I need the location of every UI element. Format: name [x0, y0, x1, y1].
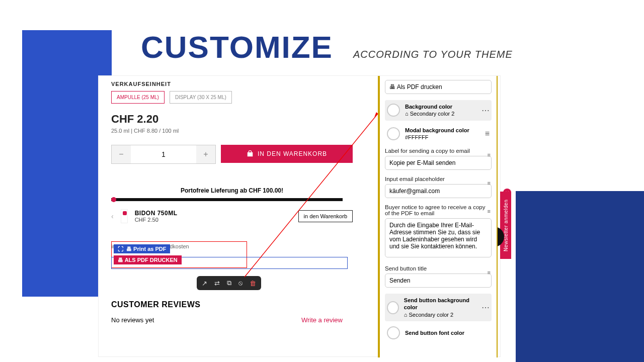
print-pdf-badge[interactable]: ⛶ 🖶 Print as PDF: [114, 244, 170, 253]
bg-color-title: Background color: [405, 103, 454, 110]
add-to-cart-button[interactable]: IN DEN WARENKORB: [221, 145, 353, 163]
free-shipping-bar: [111, 198, 343, 201]
db-icon[interactable]: ≡: [488, 180, 491, 186]
variant-display[interactable]: DISPLAY (30 X 25 ML): [170, 91, 232, 104]
notice-textarea[interactable]: [385, 218, 492, 257]
bg-color-row[interactable]: Background color ⌂ Secondary color 2 ⋯: [385, 100, 492, 121]
send-bg-swatch: [387, 301, 399, 314]
email-label-label: Label for sending a copy to email: [385, 148, 492, 154]
notice-label: Buyer notice to agree to receive a copy …: [385, 204, 492, 216]
send-font-swatch: [387, 326, 400, 339]
reviews-heading: CUSTOMER REVIEWS: [111, 300, 353, 309]
variant-row: AMPULLE (25 ML) DISPLAY (30 X 25 ML): [111, 91, 353, 104]
email-ph-label: Input email placeholder: [385, 176, 492, 182]
hero-subtitle: ACCORDING TO YOUR THEME: [353, 49, 513, 60]
qty-row: − 1 + IN DEN WARENKORB: [111, 145, 353, 164]
send-font-row[interactable]: Send button font color: [385, 323, 492, 342]
hero: CUSTOMIZE ACCORDING TO YOUR THEME: [141, 29, 513, 65]
write-review-link[interactable]: Write a review: [301, 316, 343, 324]
cross-sell-name: BIDON 750ML: [135, 210, 178, 217]
qty-value[interactable]: 1: [131, 145, 196, 163]
send-bg-sub: ⌂ Secondary color 2: [404, 311, 476, 318]
button-label-input[interactable]: [385, 80, 492, 94]
chevron-left-icon[interactable]: ‹: [111, 212, 114, 220]
modal-bg-title: Modal background color: [405, 127, 469, 134]
settings-panel: Background color ⌂ Secondary color 2 ⋯ M…: [378, 76, 498, 357]
svg-marker-1: [374, 112, 378, 117]
reviews-section: CUSTOMER REVIEWS No reviews yet Write a …: [111, 300, 353, 324]
bg-color-sub: ⌂ Secondary color 2: [405, 110, 454, 117]
hero-title: CUSTOMIZE: [141, 29, 333, 65]
product-pane: VERKAUFSEINHEIT AMPULLE (25 ML) DISPLAY …: [111, 81, 353, 324]
email-ph-input[interactable]: [385, 184, 492, 198]
toolbar-swap-icon[interactable]: ⇄: [214, 280, 220, 287]
send-bg-title: Send button background color: [404, 297, 476, 311]
modal-bg-swatch: [387, 127, 400, 140]
send-bg-row[interactable]: Send button background color ⌂ Secondary…: [385, 294, 492, 321]
db-icon[interactable]: ≡: [488, 208, 491, 214]
qty-stepper: − 1 +: [111, 145, 216, 164]
toolbar-delete-icon[interactable]: 🗑: [250, 280, 256, 287]
cross-sell-row: ‹ BIDON 750ML CHF 2.50 in den Warenkorb: [111, 209, 353, 223]
toolbar-move-icon[interactable]: ↗: [202, 280, 207, 287]
db-icon[interactable]: ≡: [488, 269, 491, 276]
free-shipping-note: Portofreie Lieferung ab CHF 100.00!: [111, 187, 353, 194]
modal-db-icon[interactable]: ≡: [485, 129, 490, 138]
qty-decrement[interactable]: −: [112, 145, 131, 163]
toolbar-duplicate-icon[interactable]: ⧉: [227, 279, 231, 287]
send-font-title: Send button font color: [405, 329, 464, 336]
no-reviews-text: No reviews yet: [111, 316, 154, 324]
newsletter-tab[interactable]: Newsletter anmelden: [500, 192, 511, 259]
cross-sell-add[interactable]: in den Warenkorb: [298, 210, 353, 222]
price: CHF 2.20: [111, 113, 353, 126]
preview-stage: VERKAUFSEINHEIT AMPULLE (25 ML) DISPLAY …: [98, 75, 501, 357]
block-toolbar: ↗ ⇄ ⧉ ⦸ 🗑: [197, 276, 261, 290]
unit-price: 25.0 ml | CHF 8.80 / 100 ml: [111, 128, 353, 134]
variant-ampulle[interactable]: AMPULLE (25 ML): [111, 91, 165, 104]
db-icon[interactable]: ≡: [488, 152, 491, 158]
email-label-input[interactable]: [385, 156, 492, 170]
cross-sell-thumb: [121, 209, 128, 223]
print-pdf-badge-label: 🖶 Print as PDF: [126, 246, 166, 252]
bag-icon: [247, 150, 254, 157]
deco-right-block: [516, 191, 644, 362]
modal-bg-row[interactable]: Modal background color #FFFFFF ≡: [385, 124, 492, 144]
send-bg-more-icon[interactable]: ⋯: [481, 303, 490, 312]
bg-color-swatch: [387, 104, 400, 117]
send-title-label: Send button title: [385, 265, 492, 272]
print-pdf-button[interactable]: 🖶 ALS PDF DRUCKEN: [114, 255, 182, 264]
toolbar-hide-icon[interactable]: ⦸: [238, 279, 243, 287]
cross-sell-price: CHF 2.50: [135, 217, 178, 223]
variant-heading: VERKAUFSEINHEIT: [111, 81, 353, 87]
modal-bg-sub: #FFFFFF: [405, 134, 469, 141]
expand-icon: ⛶: [118, 246, 123, 252]
send-title-input[interactable]: [385, 274, 492, 288]
add-to-cart-label: IN DEN WARENKORB: [258, 150, 327, 157]
qty-increment[interactable]: +: [196, 145, 215, 163]
bg-color-more-icon[interactable]: ⋯: [481, 106, 490, 115]
